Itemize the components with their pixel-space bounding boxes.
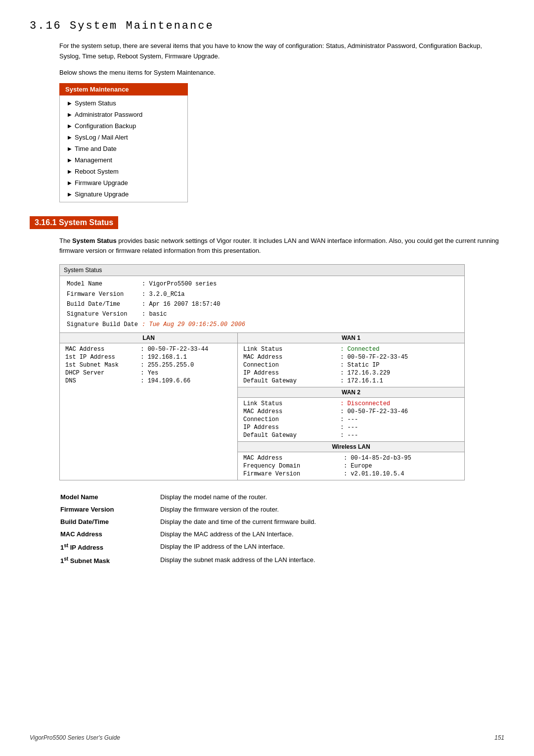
menu-items-list: System StatusAdministrator PasswordConfi… [59, 95, 188, 202]
build-datetime-value: : Apr 16 2007 18:57:40 [140, 299, 247, 309]
model-name-label: Model Name [65, 279, 140, 289]
below-paragraph: Below shows the menu items for System Ma… [59, 69, 504, 76]
description-table: Model NameDisplay the model name of the … [59, 490, 465, 568]
desc-term: Model Name [60, 491, 159, 503]
wan1-header: WAN 1 [238, 333, 464, 343]
signature-version-value: : basic [140, 309, 247, 319]
desc-def: Display the subnet mask address of the L… [160, 554, 464, 567]
firmware-version-value: : 3.2.0_RC1a [140, 289, 247, 299]
wireless-section: Wireless LAN MAC Address: 00-14-85-2d-b3… [238, 441, 464, 480]
table-row: Default Gateway: --- [242, 431, 460, 439]
wan2-table: Link Status: DisconnectedMAC Address: 00… [242, 400, 460, 439]
desc-def: Display the MAC address of the LAN Inter… [160, 528, 464, 540]
menu-item-8[interactable]: Signature Upgrade [60, 189, 187, 200]
footer-left: VigorPro5500 Series User's Guide [30, 734, 120, 741]
menu-item-2[interactable]: Configuration Backup [60, 120, 187, 132]
ss-lan-section: LAN MAC Address: 00-50-7F-22-33-441st IP… [60, 333, 238, 480]
signature-version-label: Signature Version [65, 309, 140, 319]
menu-item-3[interactable]: SysLog / Mail Alert [60, 132, 187, 143]
menu-item-7[interactable]: Firmware Upgrade [60, 177, 187, 189]
build-datetime-label: Build Date/Time [65, 299, 140, 309]
desc-def: Display the model name of the router. [160, 491, 464, 503]
table-row: MAC Address: 00-50-7F-22-33-45 [242, 353, 460, 361]
wan1-data: Link Status: ConnectedMAC Address: 00-50… [238, 343, 464, 387]
table-row: IP Address: --- [242, 424, 460, 431]
desc-def: Display the IP address of the LAN interf… [160, 541, 464, 553]
table-row: IP Address: 172.16.3.229 [242, 369, 460, 377]
section-title: 3.16 System Maintenance [30, 20, 504, 32]
wan1-table: Link Status: ConnectedMAC Address: 00-50… [242, 345, 460, 385]
table-row: 1st IP Address: 192.168.1.1 [64, 353, 233, 361]
wan2-header: WAN 2 [238, 387, 464, 398]
system-status-box: System Status Model Name: VigorPro5500 s… [59, 264, 465, 480]
lan-data: MAC Address: 00-50-7F-22-33-441st IP Add… [60, 343, 237, 387]
desc-row: Model NameDisplay the model name of the … [60, 491, 464, 503]
desc-row: Firmware VersionDisplay the firmware ver… [60, 504, 464, 515]
subsection-paragraph: The System Status provides basic network… [59, 236, 504, 257]
wireless-table: MAC Address: 00-14-85-2d-b3-95Frequency … [242, 454, 460, 478]
table-row: Link Status: Disconnected [242, 400, 460, 408]
lan-table: MAC Address: 00-50-7F-22-33-441st IP Add… [64, 345, 233, 385]
table-row: Default Gateway: 172.16.1.1 [242, 377, 460, 385]
desc-term: Build Date/Time [60, 516, 159, 527]
desc-term: 1st Subnet Mask [60, 554, 159, 567]
wan2-section: WAN 2 Link Status: DisconnectedMAC Addre… [238, 387, 464, 441]
menu-item-0[interactable]: System Status [60, 97, 187, 109]
ss-grid: LAN MAC Address: 00-50-7F-22-33-441st IP… [60, 332, 464, 480]
table-row: Firmware Version: v2.01.10.10.5.4 [242, 470, 460, 478]
wireless-data: MAC Address: 00-14-85-2d-b3-95Frequency … [238, 452, 464, 480]
table-row: MAC Address: 00-50-7F-22-33-44 [64, 345, 233, 353]
desc-row: MAC AddressDisplay the MAC address of th… [60, 528, 464, 540]
wan2-data: Link Status: DisconnectedMAC Address: 00… [238, 398, 464, 441]
table-row: Frequency Domain: Europe [242, 462, 460, 470]
desc-row: Build Date/TimeDisplay the date and time… [60, 516, 464, 527]
table-row: Connection: --- [242, 416, 460, 424]
desc-row: 1st IP AddressDisplay the IP address of … [60, 541, 464, 553]
menu-header: System Maintenance [59, 83, 188, 95]
menu-item-1[interactable]: Administrator Password [60, 109, 187, 120]
table-row: Link Status: Connected [242, 345, 460, 353]
page-footer: VigorPro5500 Series User's Guide 151 [30, 734, 504, 741]
desc-def: Display the date and time of the current… [160, 516, 464, 527]
menu-item-6[interactable]: Reboot System [60, 166, 187, 177]
table-row: DNS: 194.109.6.66 [64, 377, 233, 385]
intro-paragraph: For the system setup, there are several … [59, 41, 504, 62]
wireless-header: Wireless LAN [238, 442, 464, 452]
desc-row: 1st Subnet MaskDisplay the subnet mask a… [60, 554, 464, 567]
desc-term: Firmware Version [60, 504, 159, 515]
menu-item-4[interactable]: Time and Date [60, 143, 187, 154]
firmware-version-label: Firmware Version [65, 289, 140, 299]
table-row: DHCP Server: Yes [64, 369, 233, 377]
signature-build-label: Signature Build Date [65, 320, 140, 330]
table-row: 1st Subnet Mask: 255.255.255.0 [64, 361, 233, 369]
table-row: Connection: Static IP [242, 361, 460, 369]
table-row: MAC Address: 00-50-7F-22-33-46 [242, 408, 460, 416]
lan-header: LAN [60, 333, 237, 343]
desc-def: Display the firmware version of the rout… [160, 504, 464, 515]
ss-box-info: Model Name: VigorPro5500 series Firmware… [60, 276, 464, 332]
model-name-value: : VigorPro5500 series [140, 279, 247, 289]
table-row: MAC Address: 00-14-85-2d-b3-95 [242, 454, 460, 462]
ss-box-header: System Status [60, 265, 464, 276]
signature-build-value: : Tue Aug 29 09:16:25.00 2006 [140, 320, 247, 330]
system-maintenance-menu: System Maintenance System StatusAdminist… [59, 83, 188, 202]
desc-term: 1st IP Address [60, 541, 159, 553]
ss-info-table: Model Name: VigorPro5500 series Firmware… [65, 279, 247, 330]
subsection-title: 3.16.1 System Status [30, 216, 118, 229]
footer-right: 151 [494, 734, 504, 741]
ss-wan-sections: WAN 1 Link Status: ConnectedMAC Address:… [238, 333, 464, 480]
desc-term: MAC Address [60, 528, 159, 540]
menu-item-5[interactable]: Management [60, 154, 187, 166]
